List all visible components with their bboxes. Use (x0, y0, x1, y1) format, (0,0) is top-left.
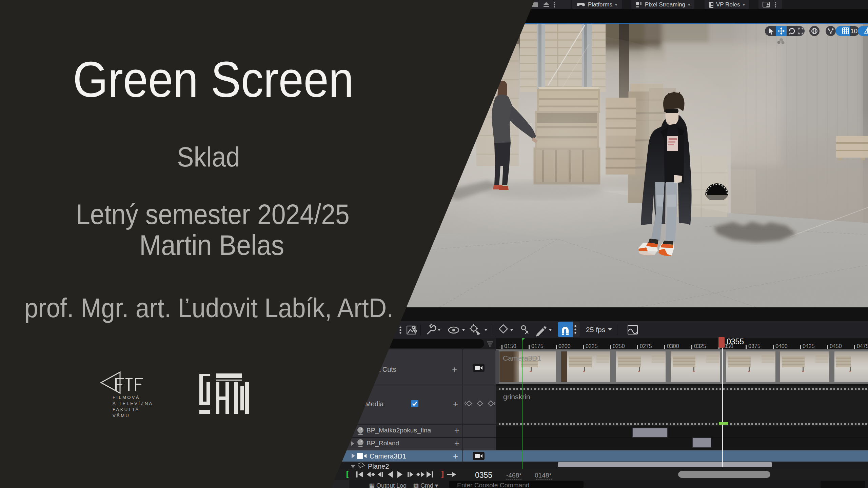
svg-text:VŠMU: VŠMU (113, 413, 130, 418)
svg-text:25 fps: 25 fps (586, 326, 605, 333)
svg-text:A TELEVÍZNA: A TELEVÍZNA (113, 401, 153, 406)
svg-text:FILMOVÁ: FILMOVÁ (113, 395, 140, 400)
svg-text:FAKULTA: FAKULTA (113, 407, 140, 412)
svg-text:10: 10 (850, 27, 857, 35)
